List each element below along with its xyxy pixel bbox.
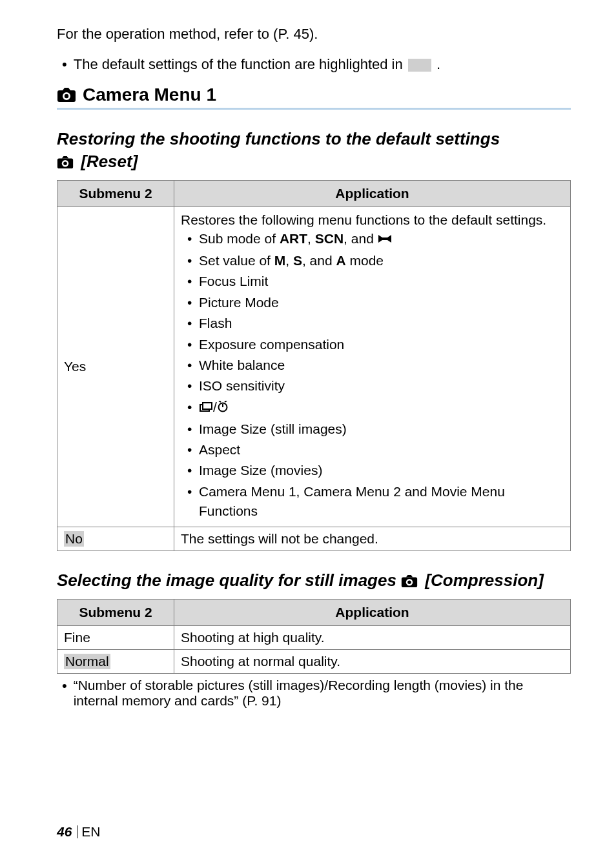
page-footer: 46EN [57, 824, 101, 840]
camera-icon [57, 87, 76, 103]
reset-yes-application: Restores the following menu functions to… [174, 207, 571, 527]
list-item: / [187, 398, 564, 418]
operation-ref-text: For the operation method, refer to (P. 4… [57, 23, 571, 45]
item-and: , and [302, 253, 336, 268]
item-sep: , [307, 231, 315, 246]
mode-A: A [336, 253, 345, 268]
svg-point-14 [407, 580, 411, 584]
mode-SCN: SCN [315, 231, 344, 246]
compression-row-text: Shooting at normal quality. [174, 649, 571, 673]
list-item: Picture Mode [187, 293, 564, 312]
default-highlight-post: . [436, 56, 440, 72]
bullet-icon: • [62, 678, 67, 709]
item-sep: , [285, 253, 293, 268]
table-row: No The settings will not be changed. [57, 527, 571, 550]
table-header-row: Submenu 2 Application [57, 181, 571, 207]
svg-line-10 [219, 401, 221, 402]
compression-footnote: • “Number of storable pictures (still im… [62, 678, 571, 709]
reset-heading: Restoring the shooting functions to the … [57, 128, 571, 175]
svg-line-11 [225, 401, 227, 402]
compression-header-submenu: Submenu 2 [57, 599, 174, 625]
list-item: Focus Limit [187, 272, 564, 291]
highlight-swatch [408, 59, 431, 72]
compression-header-application: Application [174, 599, 571, 625]
footer-separator [77, 825, 77, 838]
compression-footnote-text: “Number of storable pictures (still imag… [74, 678, 571, 709]
self-timer-icon [217, 398, 229, 418]
svg-rect-7 [203, 403, 212, 409]
compression-row-text: Shooting at high quality. [174, 625, 571, 649]
reset-yes-lead: Restores the following menu functions to… [181, 212, 564, 228]
default-highlighted-value: No [64, 531, 84, 547]
reset-header-submenu: Submenu 2 [57, 181, 174, 207]
item-and: , and [344, 231, 378, 246]
list-item: Image Size (movies) [187, 461, 564, 480]
list-item: White balance [187, 356, 564, 375]
compression-row-label: Fine [57, 625, 174, 649]
table-row: Normal Shooting at normal quality. [57, 649, 571, 673]
reset-header-application: Application [174, 181, 571, 207]
mode-ART: ART [280, 231, 307, 246]
reset-heading-line2: [Reset] [76, 152, 138, 171]
item-text-post: mode [346, 253, 384, 268]
table-row: Yes Restores the following menu function… [57, 207, 571, 527]
item-text-pre: Set value of [199, 253, 274, 268]
table-row: Fine Shooting at high quality. [57, 625, 571, 649]
compression-heading: Selecting the image quality for still im… [57, 569, 571, 594]
list-item: Flash [187, 314, 564, 333]
mode-M: M [274, 253, 286, 268]
list-item: ISO sensitivity [187, 376, 564, 396]
list-item: Set value of M, S, and A mode [187, 251, 564, 270]
compression-row-label: Normal [57, 649, 174, 673]
svg-point-5 [63, 162, 67, 166]
table-header-row: Submenu 2 Application [57, 599, 571, 625]
list-item: Aspect [187, 440, 564, 459]
camera-icon [57, 152, 74, 175]
reset-no-label: No [57, 527, 174, 550]
page-lang: EN [81, 824, 100, 839]
reset-table: Submenu 2 Application Yes Restores the f… [57, 180, 571, 551]
list-item: Camera Menu 1, Camera Menu 2 and Movie M… [187, 482, 564, 521]
reset-heading-line1: Restoring the shooting functions to the … [57, 129, 500, 148]
panorama-icon [378, 230, 392, 249]
drive-mode-icon [199, 398, 213, 418]
page-number: 46 [57, 824, 72, 839]
item-text-pre: Sub mode of [199, 231, 280, 246]
mode-S: S [293, 253, 302, 268]
camera-icon [401, 571, 418, 594]
section-title-row: Camera Menu 1 [57, 85, 571, 110]
list-item: Sub mode of ART, SCN, and [187, 229, 564, 250]
bullet-icon: • [62, 56, 67, 73]
compression-table: Submenu 2 Application Fine Shooting at h… [57, 599, 571, 674]
compression-heading-post: [Compression] [420, 570, 544, 590]
section-title: Camera Menu 1 [83, 85, 216, 105]
svg-point-2 [65, 94, 68, 98]
default-highlighted-value: Normal [64, 654, 110, 669]
list-item: Exposure compensation [187, 335, 564, 354]
reset-yes-label: Yes [57, 207, 174, 527]
list-item: Image Size (still images) [187, 419, 564, 439]
default-highlight-note: • The default settings of the function a… [62, 56, 571, 73]
default-highlight-pre: The default settings of the function are… [74, 56, 407, 72]
compression-heading-pre: Selecting the image quality for still im… [57, 570, 401, 590]
reset-yes-list: Sub mode of ART, SCN, and Set value of M… [187, 229, 564, 521]
reset-no-text: The settings will not be changed. [174, 527, 571, 550]
